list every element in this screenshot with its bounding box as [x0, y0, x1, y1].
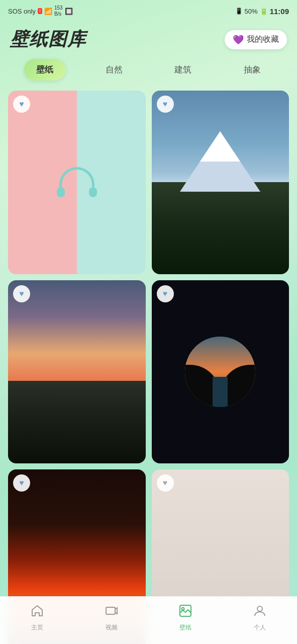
bottom-nav: 主页 视频 壁纸 个人 — [0, 596, 297, 644]
wallpaper-headphones-bg — [8, 91, 146, 274]
wallpaper-icon — [178, 604, 192, 621]
status-bar: SOS only ! 📶 153B/s 🔲 📱 50% 🔋 11:09 — [0, 0, 297, 22]
headphone-ear-left — [57, 187, 65, 197]
category-tabs: 壁纸 自然 建筑 抽象 — [0, 59, 297, 80]
tab-wallpaper[interactable]: 壁纸 — [24, 59, 65, 80]
favorite-button-2[interactable]: ♥ — [157, 96, 174, 113]
battery-icon: 🔋 — [260, 8, 268, 15]
person-icon — [253, 604, 267, 621]
wallpaper-sunset-bg — [8, 280, 146, 464]
nav-item-video[interactable]: 视频 — [94, 602, 129, 634]
sim-icon: 📱 — [235, 8, 243, 15]
sos-label: SOS only — [8, 8, 36, 15]
nav-video-label: 视频 — [106, 623, 118, 632]
header: 壁纸图库 💜 我的收藏 — [0, 22, 297, 59]
nav-item-profile[interactable]: 个人 — [243, 602, 277, 634]
wifi-icon: 📶 — [44, 8, 52, 15]
speed-text: 153B/s — [54, 5, 63, 17]
wallpaper-item-4[interactable]: ♥ — [152, 280, 289, 464]
heart-purple-icon: 💜 — [233, 34, 244, 45]
svg-rect-0 — [106, 607, 115, 614]
tab-abstract[interactable]: 抽象 — [232, 59, 273, 80]
wallpaper-item-3[interactable]: ♥ — [8, 280, 146, 464]
favorite-button-1[interactable]: ♥ — [13, 96, 30, 113]
battery-percent: 50% — [245, 8, 258, 15]
nav-item-wallpaper[interactable]: 壁纸 — [168, 602, 203, 634]
tab-architecture[interactable]: 建筑 — [162, 59, 204, 80]
app-title: 壁纸图库 — [10, 27, 86, 52]
favorite-button-4[interactable]: ♥ — [157, 285, 174, 302]
nav-profile-label: 个人 — [254, 623, 266, 632]
status-left: SOS only ! 📶 153B/s 🔲 — [8, 5, 73, 17]
wallpaper-item-2[interactable]: ♥ — [152, 91, 289, 274]
tab-nature[interactable]: 自然 — [93, 59, 135, 80]
svg-point-3 — [257, 606, 262, 611]
mountain-snow — [200, 131, 240, 162]
sos-badge: ! — [38, 8, 42, 14]
favorite-button-3[interactable]: ♥ — [13, 285, 30, 302]
headphone-ear-right — [89, 187, 97, 197]
home-icon — [30, 604, 44, 621]
status-right: 📱 50% 🔋 11:09 — [235, 7, 289, 16]
my-collection-button[interactable]: 💜 我的收藏 — [225, 30, 287, 49]
time: 11:09 — [270, 7, 289, 16]
wallpaper-mountain-bg — [152, 91, 289, 274]
headphone-shape — [57, 167, 97, 197]
carrier-icon: 🔲 — [65, 8, 73, 15]
headphone-arc — [59, 167, 94, 187]
nav-item-home[interactable]: 主页 — [20, 602, 54, 634]
wallpaper-grid: ♥ ♥ ♥ ♥ ♥ ♥ — [0, 91, 297, 644]
collection-btn-label: 我的收藏 — [247, 34, 279, 45]
nav-home-label: 主页 — [31, 623, 43, 632]
wallpaper-item-1[interactable]: ♥ — [8, 91, 146, 274]
tunnel-bottom — [213, 377, 228, 407]
video-icon — [105, 604, 119, 621]
tunnel-circle — [185, 337, 255, 407]
favorite-button-6[interactable]: ♥ — [157, 474, 174, 492]
nav-wallpaper-label: 壁纸 — [179, 623, 191, 632]
wallpaper-tunnel-bg — [152, 280, 289, 464]
